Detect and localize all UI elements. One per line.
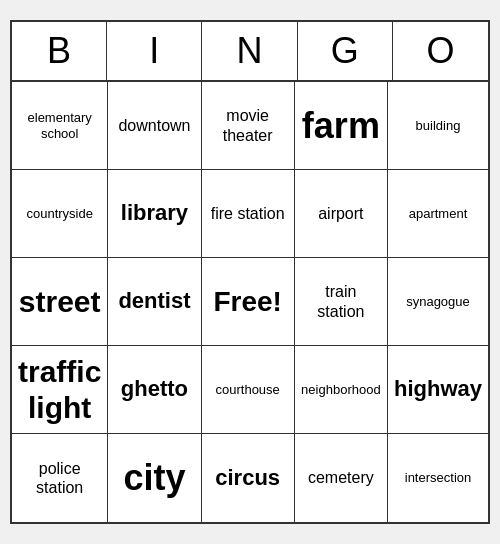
cell-text: cemetery	[308, 468, 374, 487]
cell-text: circus	[215, 465, 280, 491]
cell-text: library	[121, 200, 188, 226]
bingo-cell: courthouse	[202, 346, 295, 434]
cell-text: street	[19, 284, 101, 320]
cell-text: traffic light	[18, 354, 101, 426]
bingo-cell: elementary school	[12, 82, 108, 170]
bingo-cell: building	[388, 82, 488, 170]
cell-text: countryside	[26, 206, 92, 222]
header-letter: I	[107, 22, 202, 80]
cell-text: city	[123, 456, 185, 499]
bingo-cell: ghetto	[108, 346, 201, 434]
bingo-cell: circus	[202, 434, 295, 522]
bingo-cell: Free!	[202, 258, 295, 346]
bingo-cell: airport	[295, 170, 388, 258]
cell-text: dentist	[118, 288, 190, 314]
bingo-cell: street	[12, 258, 108, 346]
cell-text: fire station	[211, 204, 285, 223]
bingo-cell: fire station	[202, 170, 295, 258]
cell-text: police station	[18, 459, 101, 497]
cell-text: farm	[302, 104, 380, 147]
bingo-cell: dentist	[108, 258, 201, 346]
bingo-cell: movie theater	[202, 82, 295, 170]
bingo-card: BINGO elementary schooldowntownmovie the…	[10, 20, 490, 524]
header-letter: N	[202, 22, 297, 80]
header-letter: G	[298, 22, 393, 80]
cell-text: synagogue	[406, 294, 470, 310]
bingo-cell: cemetery	[295, 434, 388, 522]
header-letter: O	[393, 22, 488, 80]
cell-text: courthouse	[216, 382, 280, 398]
cell-text: elementary school	[18, 110, 101, 141]
bingo-cell: neighborhood	[295, 346, 388, 434]
bingo-cell: farm	[295, 82, 388, 170]
bingo-cell: intersection	[388, 434, 488, 522]
bingo-cell: apartment	[388, 170, 488, 258]
bingo-header: BINGO	[12, 22, 488, 82]
cell-text: ghetto	[121, 376, 188, 402]
bingo-cell: countryside	[12, 170, 108, 258]
bingo-cell: synagogue	[388, 258, 488, 346]
bingo-cell: city	[108, 434, 201, 522]
bingo-cell: traffic light	[12, 346, 108, 434]
bingo-cell: library	[108, 170, 201, 258]
bingo-cell: downtown	[108, 82, 201, 170]
cell-text: neighborhood	[301, 382, 381, 398]
cell-text: downtown	[118, 116, 190, 135]
header-letter: B	[12, 22, 107, 80]
cell-text: apartment	[409, 206, 468, 222]
cell-text: movie theater	[208, 106, 288, 144]
cell-text: highway	[394, 376, 482, 402]
bingo-grid: elementary schooldowntownmovie theaterfa…	[12, 82, 488, 522]
bingo-cell: highway	[388, 346, 488, 434]
cell-text: train station	[301, 282, 381, 320]
cell-text: building	[416, 118, 461, 134]
bingo-cell: police station	[12, 434, 108, 522]
bingo-cell: train station	[295, 258, 388, 346]
cell-text: Free!	[213, 285, 281, 319]
cell-text: intersection	[405, 470, 471, 486]
cell-text: airport	[318, 204, 363, 223]
